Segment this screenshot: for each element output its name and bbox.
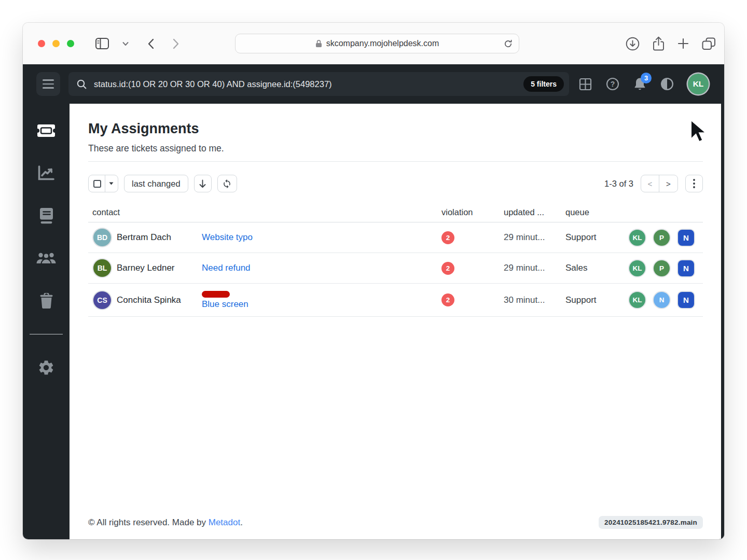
assignee-badges: KL P N <box>627 230 703 246</box>
header-divider <box>88 161 703 162</box>
assignee-badge: KL <box>629 260 645 276</box>
arrow-down-icon <box>199 179 206 188</box>
tab-group-menu-button[interactable] <box>122 41 129 46</box>
violation-badge: 2 <box>441 231 454 244</box>
close-window-button[interactable] <box>38 40 45 47</box>
column-header-queue[interactable]: queue <box>563 207 627 217</box>
red-label-tag <box>202 291 230 298</box>
queue-name: Support <box>563 232 627 243</box>
filters-badge[interactable]: 5 filters <box>523 76 564 92</box>
trash-icon <box>39 293 53 309</box>
traffic-lights <box>38 40 74 47</box>
download-icon <box>626 37 640 51</box>
next-page-button[interactable]: > <box>659 175 677 192</box>
apps-grid-button[interactable] <box>579 78 592 91</box>
tickets-icon <box>36 123 56 138</box>
metadot-link[interactable]: Metadot <box>209 517 240 527</box>
sort-field-button[interactable]: last changed <box>124 175 188 192</box>
refresh-icon <box>222 179 232 189</box>
address-bar[interactable]: skcompany.mojohelpdesk.com <box>235 34 519 53</box>
sidebar-item-tickets[interactable] <box>34 119 58 143</box>
reload-button[interactable] <box>504 39 513 48</box>
page-title: My Assignments <box>88 121 703 137</box>
table-row[interactable]: CS Conchita Spinka Blue screen 2 30 minu… <box>88 284 703 317</box>
sidebar-item-knowledge-base[interactable] <box>34 204 58 228</box>
new-tab-button[interactable] <box>677 38 689 49</box>
table-row[interactable]: BD Bertram Dach Website typo 2 29 minut.… <box>88 222 703 253</box>
help-icon: ? <box>606 77 619 91</box>
pagination-range: 1-3 of 3 <box>604 179 633 189</box>
sidebar-item-contacts[interactable] <box>34 246 58 270</box>
more-options-button[interactable] <box>685 175 703 192</box>
back-icon <box>147 38 154 49</box>
sidebar-item-settings[interactable] <box>34 356 58 380</box>
back-button[interactable] <box>147 38 154 49</box>
previous-page-button[interactable]: < <box>641 175 659 192</box>
chart-icon <box>37 165 55 181</box>
user-avatar[interactable]: KL <box>688 74 709 94</box>
select-all-split-button[interactable] <box>88 175 118 192</box>
version-badge: 20241025185421.9782.main <box>599 516 703 529</box>
copyright-text: © All rights reserved. Made by Metadot. <box>88 517 243 528</box>
assignee-badge: P <box>654 260 670 276</box>
sidebar-divider <box>30 334 63 334</box>
assignee-badge: KL <box>629 230 645 246</box>
assignee-badge: KL <box>629 292 645 308</box>
forward-button[interactable] <box>173 38 179 49</box>
content-right-strip <box>721 104 724 539</box>
assignee-badge: N <box>654 292 670 308</box>
violation-badge: 2 <box>441 293 454 306</box>
queue-name: Sales <box>563 263 627 273</box>
main-content: My Assignments These are tickets assigne… <box>70 104 721 539</box>
search-icon <box>77 79 87 89</box>
ticket-subject-link[interactable]: Need refund <box>202 263 251 273</box>
lock-icon <box>315 39 322 48</box>
helpdesk-app: 5 filters ? 3 KL <box>23 64 724 539</box>
kebab-icon <box>693 179 695 188</box>
forward-icon <box>173 38 179 49</box>
downloads-button[interactable] <box>626 37 640 51</box>
browser-window: skcompany.mojohelpdesk.com <box>23 23 724 539</box>
notifications-button[interactable]: 3 <box>633 77 646 91</box>
queue-name: Support <box>563 295 627 305</box>
sidebar-item-trash[interactable] <box>34 289 58 313</box>
reload-icon <box>504 39 513 48</box>
table-header: contact violation updated ... queue <box>88 203 703 222</box>
people-icon <box>36 250 57 266</box>
sidebar-item-reports[interactable] <box>34 161 58 185</box>
sidebar <box>23 104 70 539</box>
search-input[interactable] <box>93 79 517 90</box>
table-row[interactable]: BL Barney Ledner Need refund 2 29 minut.… <box>88 253 703 284</box>
refresh-button[interactable] <box>217 175 237 192</box>
menu-icon <box>43 79 54 81</box>
updated-time: 29 minut... <box>502 263 563 273</box>
updated-time: 29 minut... <box>502 232 563 243</box>
zoom-window-button[interactable] <box>67 40 74 47</box>
assignee-badge: N <box>678 292 694 308</box>
sort-direction-button[interactable] <box>194 175 212 192</box>
contact-avatar: BD <box>93 229 111 246</box>
share-button[interactable] <box>653 36 665 51</box>
help-button[interactable]: ? <box>606 77 619 91</box>
sidebar-toggle-button[interactable] <box>95 38 109 49</box>
theme-contrast-button[interactable] <box>660 77 674 91</box>
notification-count-badge: 3 <box>641 73 652 83</box>
contact-name: Conchita Spinka <box>117 295 181 305</box>
column-header-contact[interactable]: contact <box>88 207 439 217</box>
minimize-window-button[interactable] <box>52 40 60 47</box>
select-all-checkbox[interactable] <box>93 180 101 188</box>
ticket-search-bar[interactable]: 5 filters <box>68 72 569 96</box>
app-topbar: 5 filters ? 3 KL <box>23 64 724 104</box>
tabs-overview-button[interactable] <box>702 37 716 50</box>
violation-badge: 2 <box>441 262 454 275</box>
menu-button[interactable] <box>36 72 60 96</box>
ticket-subject-link[interactable]: Website typo <box>202 232 253 243</box>
column-header-violation[interactable]: violation <box>439 207 502 217</box>
column-header-updated[interactable]: updated ... <box>502 207 563 217</box>
contact-name: Barney Ledner <box>117 263 175 273</box>
browser-chrome: skcompany.mojohelpdesk.com <box>23 23 724 64</box>
book-icon <box>38 207 54 224</box>
page-subtitle: These are tickets assigned to me. <box>88 143 703 154</box>
ticket-subject-link[interactable]: Blue screen <box>202 299 248 310</box>
contact-avatar: CS <box>93 291 111 309</box>
